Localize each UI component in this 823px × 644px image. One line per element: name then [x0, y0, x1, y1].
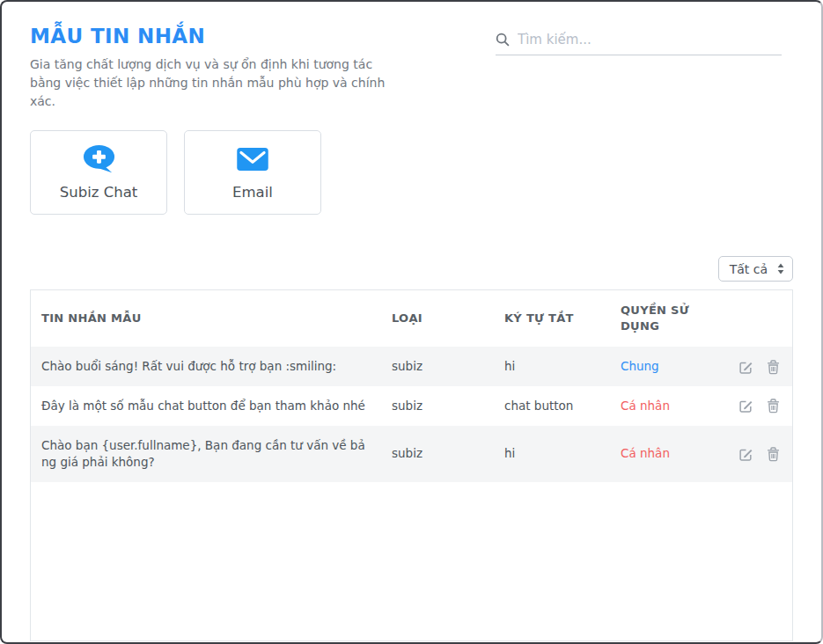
email-template-button[interactable]: Email — [184, 130, 321, 215]
permission-link[interactable]: Chung — [610, 347, 714, 386]
permission-link[interactable]: Cá nhân — [610, 426, 714, 482]
type-cell: subiz — [381, 426, 494, 482]
edit-button[interactable] — [738, 360, 753, 375]
actions-cell — [714, 347, 792, 386]
header-shortcut: KÝ TỰ TẮT — [494, 290, 610, 347]
envelope-icon — [236, 144, 269, 174]
shortcut-cell: hi — [494, 426, 610, 482]
table-row: Đây là một số mẫu chat button để bạn tha… — [31, 386, 792, 426]
table-row: Chào bạn {user.fullname}, Bạn đang cần t… — [31, 426, 792, 482]
page-subtitle: Gia tăng chất lượng dịch vụ và sự ổn địn… — [30, 55, 395, 111]
edit-button[interactable] — [738, 399, 753, 413]
message-cell: Chào bạn {user.fullname}, Bạn đang cần t… — [31, 426, 381, 482]
search-input[interactable] — [518, 32, 782, 48]
message-cell: Đây là một số mẫu chat button để bạn tha… — [31, 386, 381, 426]
page-header: MẪU TIN NHẮN Gia tăng chất lượng dịch vụ… — [30, 25, 793, 111]
card-label: Email — [232, 184, 273, 201]
delete-button[interactable] — [767, 399, 780, 413]
template-type-cards: Subiz Chat Email — [30, 130, 793, 215]
filter-row: Tất cả — [30, 256, 793, 282]
app-window: MẪU TIN NHẮN Gia tăng chất lượng dịch vụ… — [0, 0, 823, 644]
shortcut-cell: hi — [494, 347, 610, 386]
card-label: Subiz Chat — [60, 184, 137, 201]
header-actions — [714, 290, 792, 347]
permission-link[interactable]: Cá nhân — [610, 386, 714, 426]
actions-cell — [714, 386, 792, 426]
type-cell: subiz — [381, 386, 494, 426]
table-row: Chào buổi sáng! Rất vui được hỗ trợ bạn … — [31, 347, 792, 386]
actions-cell — [714, 426, 792, 482]
header-message: TIN NHẮN MẪU — [31, 290, 381, 347]
select-arrows-icon — [777, 263, 784, 274]
filter-selected-value: Tất cả — [730, 262, 768, 276]
subiz-chat-template-button[interactable]: Subiz Chat — [30, 130, 167, 215]
page-title: MẪU TIN NHẮN — [30, 25, 395, 48]
filter-select[interactable]: Tất cả — [718, 256, 793, 282]
title-block: MẪU TIN NHẮN Gia tăng chất lượng dịch vụ… — [30, 25, 395, 111]
delete-button[interactable] — [767, 360, 780, 375]
message-templates-page: MẪU TIN NHẮN Gia tăng chất lượng dịch vụ… — [2, 2, 821, 641]
edit-button[interactable] — [738, 447, 753, 462]
chat-bubble-plus-icon — [81, 144, 117, 174]
table-header-row: TIN NHẮN MẪU LOẠI KÝ TỰ TẮT QUYỀN SỬ DỤN… — [31, 290, 792, 347]
delete-button[interactable] — [767, 447, 780, 462]
type-cell: subiz — [381, 347, 494, 386]
header-type: LOẠI — [381, 290, 494, 347]
search-icon — [496, 33, 510, 47]
search-box — [496, 32, 782, 55]
header-permission: QUYỀN SỬ DỤNG — [610, 290, 714, 347]
message-cell: Chào buổi sáng! Rất vui được hỗ trợ bạn … — [31, 347, 381, 386]
templates-table: TIN NHẮN MẪU LOẠI KÝ TỰ TẮT QUYỀN SỬ DỤN… — [31, 290, 792, 482]
templates-table-panel: TIN NHẮN MẪU LOẠI KÝ TỰ TẮT QUYỀN SỬ DỤN… — [30, 289, 793, 641]
shortcut-cell: chat button — [494, 386, 610, 426]
